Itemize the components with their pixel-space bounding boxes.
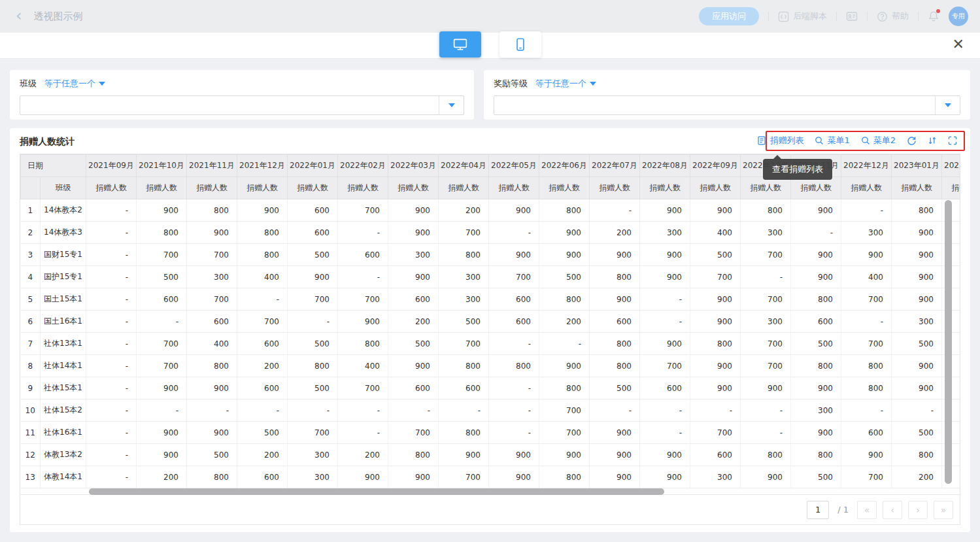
menu1-button[interactable]: 菜单1 <box>815 135 849 146</box>
month-header: 2021年12月 <box>237 155 288 177</box>
month-header: 2021年10月 <box>137 155 187 177</box>
value-cell: 900 <box>590 288 640 311</box>
value-cell: - <box>288 311 338 333</box>
desktop-icon <box>453 37 467 52</box>
row-index-cell: 2 <box>21 222 41 244</box>
vertical-scrollbar[interactable] <box>945 200 952 484</box>
value-cell: 900 <box>892 244 942 266</box>
value-cell: - <box>539 333 590 355</box>
value-cell: - <box>489 377 539 399</box>
first-page-button[interactable]: « <box>857 501 877 519</box>
filter-card-reward-level: 奖励等级 等于任意一个 <box>484 70 970 120</box>
filter-value-select[interactable] <box>494 95 960 115</box>
month-header: 2022年12月 <box>841 155 892 177</box>
value-cell: - <box>86 222 137 244</box>
value-cell: 800 <box>892 199 942 222</box>
pivot-grid: 日期2021年09月2021年10月2021年11月2021年12月2022年0… <box>20 154 960 525</box>
value-cell: 900 <box>388 199 439 222</box>
value-cell: 900 <box>791 422 841 444</box>
value-cell: 600 <box>388 288 439 311</box>
desktop-view-button[interactable] <box>439 31 481 58</box>
month-header: 2021年11月 <box>187 155 237 177</box>
value-cell: 200 <box>439 199 489 222</box>
value-cell: - <box>86 466 137 488</box>
value-cell: - <box>439 399 489 422</box>
class-name-cell: 社体14本1 <box>41 355 86 377</box>
code-icon <box>778 11 789 22</box>
value-cell: 700 <box>137 244 187 266</box>
pagination-bar: 1 / 1 « ‹ › » <box>20 494 960 524</box>
backend-script-button[interactable]: 后端脚本 <box>778 10 827 22</box>
measure-header: 捐赠人数 <box>137 177 187 199</box>
value-cell: 900 <box>892 266 942 288</box>
filter-card-class: 班级 等于任意一个 <box>10 70 474 120</box>
back-icon[interactable]: ‹ <box>16 8 22 24</box>
value-cell: 900 <box>338 311 388 333</box>
value-cell: 700 <box>741 333 791 355</box>
sort-icon <box>928 136 937 145</box>
index-header <box>21 177 41 199</box>
mobile-view-button[interactable] <box>499 31 541 58</box>
value-cell: - <box>86 333 137 355</box>
fullscreen-button[interactable] <box>948 136 957 145</box>
value-cell: - <box>338 222 388 244</box>
value-cell: 500 <box>892 422 942 444</box>
value-cell: 900 <box>137 199 187 222</box>
refresh-button[interactable] <box>907 136 917 146</box>
value-cell: 700 <box>539 399 590 422</box>
filter-operator-dropdown[interactable]: 等于任意一个 <box>44 78 105 90</box>
notifications-button[interactable] <box>928 10 939 22</box>
filter-row: 班级 等于任意一个 奖励等级 等于任意一个 <box>10 70 970 120</box>
table-row: 11社体16本1-900900500700-700800-700900-700-… <box>21 422 961 444</box>
help-button[interactable]: 帮助 <box>877 10 909 22</box>
row-index-cell: 1 <box>21 199 41 222</box>
month-header: 2023年02月 <box>942 155 961 177</box>
divider <box>836 12 837 21</box>
close-icon[interactable]: ✕ <box>953 37 964 52</box>
value-cell: 800 <box>187 355 237 377</box>
menu2-button[interactable]: 菜单2 <box>861 135 896 146</box>
value-cell: 800 <box>539 288 590 311</box>
select-dropdown-button[interactable] <box>935 96 960 114</box>
value-cell: 300 <box>288 466 338 488</box>
app-access-button[interactable]: 应用访问 <box>699 7 759 25</box>
row-index-cell: 9 <box>21 377 41 399</box>
avatar[interactable]: 专用 <box>949 7 968 26</box>
value-cell: 300 <box>187 266 237 288</box>
value-cell: 700 <box>539 422 590 444</box>
value-cell: 800 <box>841 377 892 399</box>
measure-header: 捐赠人数 <box>237 177 288 199</box>
value-cell: 800 <box>539 377 590 399</box>
measure-header: 捐赠人数 <box>892 177 942 199</box>
value-cell: 900 <box>388 222 439 244</box>
value-cell: 900 <box>690 311 741 333</box>
horizontal-scrollbar[interactable] <box>89 488 664 495</box>
value-cell: 300 <box>741 222 791 244</box>
prev-page-button[interactable]: ‹ <box>883 501 902 519</box>
month-header: 2022年08月 <box>640 155 690 177</box>
value-cell: - <box>791 222 841 244</box>
measure-header: 捐赠人数 <box>590 177 640 199</box>
value-cell: 700 <box>137 333 187 355</box>
value-cell: 500 <box>539 266 590 288</box>
donation-list-button[interactable]: 捐赠列表 <box>757 135 803 146</box>
value-cell: 800 <box>137 222 187 244</box>
value-cell: - <box>137 311 187 333</box>
value-cell: 800 <box>237 244 288 266</box>
app-top-bar: ‹ 透视图示例 应用访问 后端脚本 帮助 专用 <box>0 0 980 33</box>
value-cell: - <box>86 266 137 288</box>
value-cell: 600 <box>489 288 539 311</box>
month-header: 2022年05月 <box>489 155 539 177</box>
value-cell: 700 <box>137 355 187 377</box>
select-dropdown-button[interactable] <box>439 96 464 114</box>
document-icon <box>757 136 766 145</box>
value-cell: 800 <box>288 355 338 377</box>
page-number-input[interactable]: 1 <box>807 501 829 519</box>
sort-button[interactable] <box>928 136 937 145</box>
next-page-button[interactable]: › <box>908 501 928 519</box>
id-card-button[interactable] <box>846 10 858 22</box>
filter-value-select[interactable] <box>20 95 464 115</box>
last-page-button[interactable]: » <box>934 501 953 519</box>
filter-operator-dropdown[interactable]: 等于任意一个 <box>535 78 596 90</box>
value-cell: 600 <box>137 288 187 311</box>
